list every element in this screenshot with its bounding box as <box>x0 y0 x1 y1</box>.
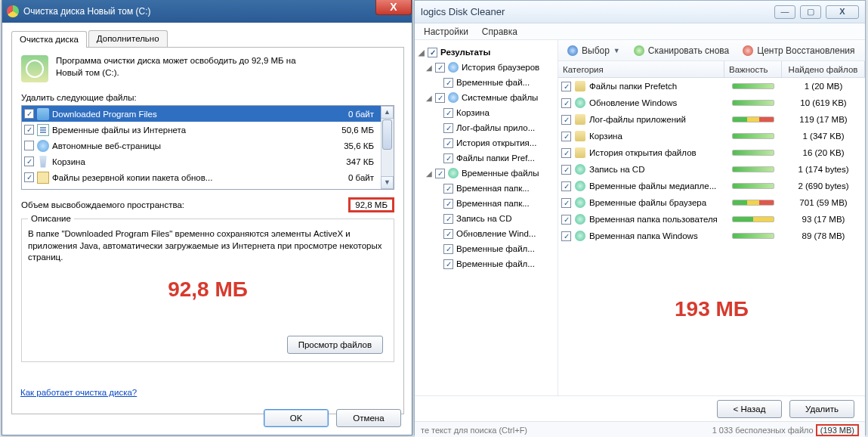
grid-row[interactable]: Запись на CD1 (174 bytes) <box>558 161 865 178</box>
back-button[interactable]: < Назад <box>717 400 782 418</box>
tree-checkbox[interactable] <box>443 259 453 269</box>
scroll-up-button[interactable]: ▲ <box>381 106 394 119</box>
collapse-icon[interactable]: ◢ <box>425 169 432 178</box>
grid-row[interactable]: Обновление Windows10 (619 KB) <box>558 95 865 111</box>
tree-checkbox[interactable] <box>428 48 437 57</box>
col-found[interactable]: Найдено файлов <box>782 61 865 77</box>
row-checkbox[interactable] <box>561 115 571 125</box>
tree-node[interactable]: Корзина <box>418 105 554 120</box>
tree-checkbox[interactable] <box>435 63 445 73</box>
row-checkbox[interactable] <box>561 132 571 141</box>
row-checkbox[interactable] <box>561 215 571 225</box>
tree-node[interactable]: Лог-файлы прило... <box>418 120 554 135</box>
folder-icon <box>37 108 49 120</box>
rescue-center-button[interactable]: Центр Восстановления <box>743 45 854 56</box>
col-category[interactable]: Категория <box>558 61 724 77</box>
tree-node-temp[interactable]: ◢ Временные файлы <box>418 166 554 181</box>
importance-bar <box>732 233 774 239</box>
grid-row[interactable]: Корзина1 (347 KB) <box>558 128 865 144</box>
row-checkbox[interactable] <box>561 148 571 158</box>
tree-checkbox[interactable] <box>443 244 453 254</box>
file-row[interactable]: Файлы резервной копии пакета обнов... 0 … <box>22 169 394 185</box>
menu-help[interactable]: Справка <box>482 26 517 37</box>
total-label: Объем высвобождаемого пространства: <box>21 200 184 209</box>
disk-cleanup-window: Очистка диска Новый том (C:) X Очистка д… <box>2 0 412 435</box>
file-checkbox[interactable] <box>24 125 34 135</box>
tree-checkbox[interactable] <box>435 93 445 103</box>
tree-checkbox[interactable] <box>443 229 453 239</box>
tree-checkbox[interactable] <box>443 153 453 163</box>
tree-checkbox[interactable] <box>443 123 453 133</box>
file-row[interactable]: Автономные веб-страницы 35,6 КБ <box>22 138 394 153</box>
tree-checkbox[interactable] <box>443 78 453 88</box>
maximize-button[interactable]: ▢ <box>800 5 821 19</box>
tree-node[interactable]: История открытия... <box>418 135 554 150</box>
grid-row[interactable]: Временная папка Windows89 (78 MB) <box>558 228 865 244</box>
row-checkbox[interactable] <box>561 181 571 191</box>
found-count: 1 (174 bytes) <box>782 165 865 174</box>
tree-root[interactable]: ◢ Результаты <box>418 45 554 60</box>
delete-button[interactable]: Удалить <box>789 400 854 418</box>
category-name: Временная папка Windows <box>589 231 698 240</box>
scrollbar[interactable]: ▲ ▼ <box>381 106 394 189</box>
file-checkbox[interactable] <box>24 157 34 166</box>
tree-node[interactable]: Файлы папки Pref... <box>418 150 554 166</box>
row-checkbox[interactable] <box>561 98 571 108</box>
grid-row[interactable]: Временные файлы медиапле...2 (690 bytes) <box>558 178 865 194</box>
tree-node-system[interactable]: ◢ Системные файлы <box>418 90 554 105</box>
cancel-button[interactable]: Отмена <box>336 409 401 427</box>
collapse-icon[interactable]: ◢ <box>418 48 425 57</box>
file-row[interactable]: Временные файлы из Интернета 50,6 МБ <box>22 122 394 138</box>
tree-node[interactable]: Временные фай... <box>418 75 554 90</box>
file-checkbox[interactable] <box>24 141 34 150</box>
tree-node[interactable]: Запись на CD <box>418 211 554 226</box>
tree-node[interactable]: Временные файл... <box>418 241 554 256</box>
menu-settings[interactable]: Настройки <box>424 26 468 37</box>
close-button[interactable]: X <box>826 5 859 19</box>
ok-button[interactable]: OK <box>264 409 329 427</box>
select-dropdown[interactable]: Выбор▼ <box>567 45 620 56</box>
file-checkbox[interactable] <box>24 109 34 119</box>
tree-checkbox[interactable] <box>443 108 453 118</box>
grid-row[interactable]: Лог-файлы приложений119 (17 MB) <box>558 111 865 128</box>
tree-node[interactable]: Временная папк... <box>418 196 554 211</box>
collapse-icon[interactable]: ◢ <box>425 94 432 102</box>
grid-header: Категория Важность Найдено файлов <box>558 61 865 78</box>
tree-checkbox[interactable] <box>443 138 453 148</box>
row-checkbox[interactable] <box>561 231 571 241</box>
tree-checkbox[interactable] <box>443 199 453 209</box>
row-checkbox[interactable] <box>561 165 571 175</box>
tree-checkbox[interactable] <box>435 169 445 178</box>
tab-cleanup[interactable]: Очистка диска <box>11 31 87 48</box>
file-row[interactable]: Корзина 347 КБ <box>22 153 394 169</box>
file-list[interactable]: Downloaded Program Files 0 байт Временны… <box>21 105 394 190</box>
file-row[interactable]: Downloaded Program Files 0 байт <box>22 106 394 122</box>
tree-node-browser[interactable]: ◢ История браузеров <box>418 60 554 75</box>
grid-row[interactable]: Временные файлы браузера701 (59 MB) <box>558 194 865 211</box>
file-size: 0 байт <box>321 110 378 119</box>
tree-node[interactable]: Обновление Wind... <box>418 226 554 241</box>
tree-node[interactable]: Временные файл... <box>418 256 554 271</box>
rescan-button[interactable]: Сканировать снова <box>634 45 729 56</box>
grid-row[interactable]: Временная папка пользователя93 (17 MB) <box>558 211 865 228</box>
chevron-down-icon: ▼ <box>613 47 620 54</box>
view-files-button[interactable]: Просмотр файлов <box>287 336 383 354</box>
scroll-thumb[interactable] <box>382 119 392 150</box>
minimize-button[interactable]: — <box>774 5 795 19</box>
row-checkbox[interactable] <box>561 82 571 91</box>
row-checkbox[interactable] <box>561 198 571 208</box>
file-name: Автономные веб-страницы <box>52 141 318 150</box>
close-button[interactable]: X <box>375 0 412 15</box>
grid-row[interactable]: Файлы папки Prefetch1 (20 MB) <box>558 78 865 95</box>
collapse-icon[interactable]: ◢ <box>425 64 432 72</box>
file-checkbox[interactable] <box>24 172 34 182</box>
how-it-works-link[interactable]: Как работает очистка диска? <box>20 388 137 397</box>
tree-node[interactable]: Временная папк... <box>418 181 554 196</box>
scroll-down-button[interactable]: ▼ <box>381 176 394 189</box>
tree-checkbox[interactable] <box>443 214 453 224</box>
tab-extra[interactable]: Дополнительно <box>88 30 168 47</box>
tree-checkbox[interactable] <box>443 184 453 194</box>
category-icon <box>575 98 585 108</box>
col-importance[interactable]: Важность <box>724 61 782 77</box>
grid-row[interactable]: История открытия файлов16 (20 KB) <box>558 144 865 161</box>
